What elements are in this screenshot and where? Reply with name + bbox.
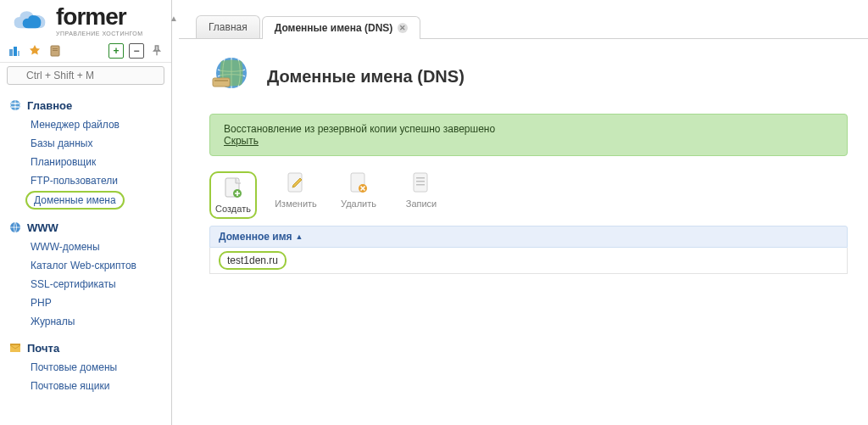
table-header-domain[interactable]: Доменное имя ▲ [209, 226, 848, 248]
edit-button[interactable]: Изменить [272, 171, 320, 219]
svg-rect-21 [414, 173, 427, 192]
brand-tagline: управление хостингом [56, 31, 143, 36]
document-edit-icon [284, 171, 308, 195]
svg-rect-2 [18, 51, 19, 56]
delete-button[interactable]: Удалить [335, 171, 382, 219]
create-button[interactable]: Создать [209, 171, 257, 219]
nav-group-www[interactable]: WWW [0, 217, 171, 238]
document-add-icon [221, 176, 245, 200]
svg-rect-5 [53, 50, 58, 51]
nav-item-wwwdomains[interactable]: WWW-домены [25, 238, 105, 255]
tab-label: Доменные имена (DNS) [275, 22, 393, 34]
sidebar: former управление хостингом + − [0, 0, 172, 425]
svg-rect-15 [214, 80, 228, 81]
sidebar-toolbar: + − [0, 40, 171, 63]
nav-item-ftp[interactable]: FTP-пользователи [25, 172, 123, 189]
svg-rect-4 [53, 48, 58, 49]
nav-group-main[interactable]: Главное [0, 95, 171, 115]
brand-name: former [56, 5, 143, 29]
svg-rect-11 [10, 344, 20, 345]
pin-icon[interactable] [149, 43, 164, 59]
star-icon[interactable] [27, 43, 42, 59]
nav-item-maildomains[interactable]: Почтовые домены [25, 359, 122, 376]
sidebar-scroll-hint: ▲ [172, 0, 179, 425]
nav-item-scheduler[interactable]: Планировщик [25, 154, 101, 171]
notice-hide-link[interactable]: Скрыть [224, 135, 259, 147]
nav-item-domains[interactable]: Доменные имена [25, 191, 125, 210]
notice-success: Восстановление из резервной копии успешн… [209, 114, 848, 156]
domain-cell: test1den.ru [219, 251, 287, 270]
close-icon[interactable]: ✕ [398, 23, 408, 33]
expand-all-button[interactable]: + [108, 43, 124, 59]
home-icon[interactable] [7, 43, 22, 59]
nav-item-php[interactable]: PHP [25, 294, 57, 311]
nav-item-logs[interactable]: Журналы [25, 313, 80, 330]
page-title: Доменные имена (DNS) [267, 67, 465, 87]
action-label: Записи [406, 199, 437, 209]
search-input[interactable] [7, 66, 164, 85]
nav-item-databases[interactable]: Базы данных [25, 135, 97, 152]
document-delete-icon [347, 171, 370, 195]
mail-icon [8, 341, 22, 355]
tab-domains[interactable]: Доменные имена (DNS) ✕ [262, 16, 421, 39]
nav-group-label: WWW [27, 221, 58, 234]
cloud-logo-icon [8, 7, 51, 36]
nav-item-ssl[interactable]: SSL-сертификаты [25, 276, 121, 293]
table-row[interactable]: test1den.ru [209, 248, 848, 274]
domain-table: Доменное имя ▲ test1den.ru [209, 226, 848, 274]
nav: Главное Менеджер файлов Базы данных План… [0, 92, 171, 402]
action-label: Создать [215, 204, 251, 214]
logo: former управление хостингом [0, 0, 171, 40]
nav-item-webscripts[interactable]: Каталог Web-скриптов [25, 257, 142, 274]
nav-group-label: Главное [27, 99, 72, 112]
tab-label: Главная [209, 21, 248, 33]
action-label: Удалить [341, 199, 376, 209]
tabs: Главная Доменные имена (DNS) ✕ [179, 0, 868, 39]
svg-rect-24 [416, 184, 425, 186]
globe-small-icon [8, 98, 22, 112]
nav-item-mailboxes[interactable]: Почтовые ящики [25, 377, 114, 394]
svg-rect-22 [416, 177, 425, 179]
records-button[interactable]: Записи [398, 171, 445, 219]
nav-group-label: Почта [27, 342, 59, 355]
nav-group-mail[interactable]: Почта [0, 338, 171, 358]
column-label: Доменное имя [219, 231, 292, 243]
globe-icon [209, 54, 253, 98]
svg-rect-0 [9, 49, 13, 56]
svg-rect-1 [14, 47, 17, 56]
action-bar: Создать Изменить Удалить Записи [209, 156, 848, 226]
svg-rect-23 [416, 181, 425, 182]
notice-text: Восстановление из резервной копии успешн… [224, 123, 833, 135]
collapse-all-button[interactable]: − [129, 43, 144, 59]
tab-home[interactable]: Главная [196, 15, 260, 38]
document-list-icon [409, 171, 433, 195]
sort-asc-icon: ▲ [296, 232, 303, 241]
action-label: Изменить [275, 199, 317, 209]
main: Главная Доменные имена (DNS) ✕ Доменные … [179, 0, 868, 425]
nav-item-filemanager[interactable]: Менеджер файлов [25, 116, 125, 133]
www-icon [8, 221, 22, 234]
clipboard-icon[interactable] [47, 43, 63, 59]
svg-rect-14 [213, 78, 230, 87]
